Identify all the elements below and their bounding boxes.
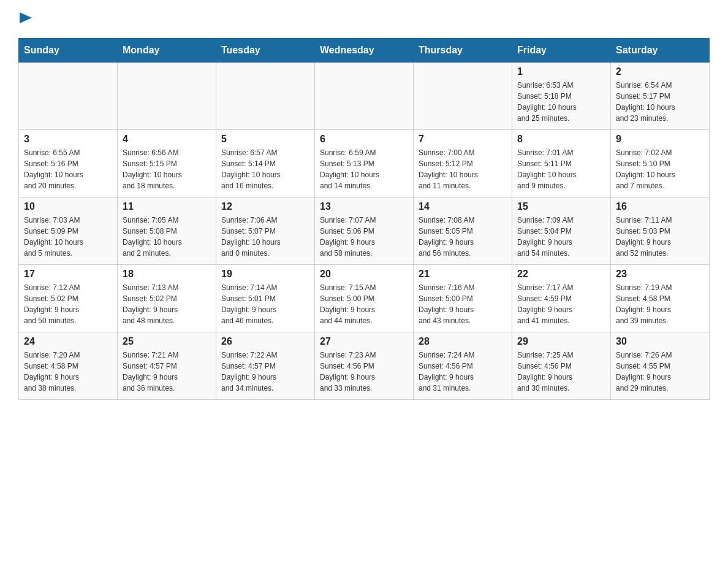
table-row: 11Sunrise: 7:05 AM Sunset: 5:08 PM Dayli…	[118, 197, 216, 265]
table-row: 18Sunrise: 7:13 AM Sunset: 5:02 PM Dayli…	[118, 265, 216, 332]
col-sunday: Sunday	[19, 39, 118, 63]
day-info: Sunrise: 7:08 AM Sunset: 5:05 PM Dayligh…	[419, 215, 507, 259]
day-number: 30	[616, 336, 704, 347]
table-row: 26Sunrise: 7:22 AM Sunset: 4:57 PM Dayli…	[216, 332, 315, 400]
table-row: 7Sunrise: 7:00 AM Sunset: 5:12 PM Daylig…	[414, 130, 512, 197]
col-wednesday: Wednesday	[315, 39, 414, 63]
table-row: 21Sunrise: 7:16 AM Sunset: 5:00 PM Dayli…	[414, 265, 512, 332]
day-number: 8	[517, 134, 605, 145]
table-row: 3Sunrise: 6:55 AM Sunset: 5:16 PM Daylig…	[19, 130, 118, 197]
svg-marker-0	[20, 12, 32, 23]
day-info: Sunrise: 7:21 AM Sunset: 4:57 PM Dayligh…	[123, 350, 211, 394]
day-number: 2	[616, 66, 704, 77]
day-number: 1	[517, 66, 605, 77]
page-header	[18, 12, 710, 26]
table-row	[19, 63, 118, 130]
day-number: 4	[123, 134, 211, 145]
day-info: Sunrise: 7:19 AM Sunset: 4:58 PM Dayligh…	[616, 282, 704, 326]
table-row: 20Sunrise: 7:15 AM Sunset: 5:00 PM Dayli…	[315, 265, 414, 332]
calendar-table: Sunday Monday Tuesday Wednesday Thursday…	[18, 38, 710, 400]
table-row: 28Sunrise: 7:24 AM Sunset: 4:56 PM Dayli…	[414, 332, 512, 400]
calendar-week-row: 24Sunrise: 7:20 AM Sunset: 4:58 PM Dayli…	[19, 332, 710, 400]
day-number: 6	[320, 134, 408, 145]
table-row: 9Sunrise: 7:02 AM Sunset: 5:10 PM Daylig…	[611, 130, 710, 197]
day-number: 28	[419, 336, 507, 347]
day-info: Sunrise: 7:14 AM Sunset: 5:01 PM Dayligh…	[221, 282, 309, 326]
day-info: Sunrise: 6:56 AM Sunset: 5:15 PM Dayligh…	[123, 147, 211, 191]
day-info: Sunrise: 7:09 AM Sunset: 5:04 PM Dayligh…	[517, 215, 605, 259]
day-info: Sunrise: 6:55 AM Sunset: 5:16 PM Dayligh…	[24, 147, 112, 191]
day-number: 14	[419, 201, 507, 212]
day-info: Sunrise: 7:02 AM Sunset: 5:10 PM Dayligh…	[616, 147, 704, 191]
day-number: 3	[24, 134, 112, 145]
table-row	[118, 63, 216, 130]
day-info: Sunrise: 7:05 AM Sunset: 5:08 PM Dayligh…	[123, 215, 211, 259]
col-friday: Friday	[512, 39, 611, 63]
calendar-week-row: 3Sunrise: 6:55 AM Sunset: 5:16 PM Daylig…	[19, 130, 710, 197]
col-thursday: Thursday	[414, 39, 512, 63]
day-number: 20	[320, 269, 408, 280]
table-row: 10Sunrise: 7:03 AM Sunset: 5:09 PM Dayli…	[19, 197, 118, 265]
day-info: Sunrise: 6:57 AM Sunset: 5:14 PM Dayligh…	[221, 147, 309, 191]
col-tuesday: Tuesday	[216, 39, 315, 63]
day-number: 25	[123, 336, 211, 347]
table-row	[315, 63, 414, 130]
col-monday: Monday	[118, 39, 216, 63]
day-info: Sunrise: 7:01 AM Sunset: 5:11 PM Dayligh…	[517, 147, 605, 191]
day-number: 9	[616, 134, 704, 145]
day-number: 7	[419, 134, 507, 145]
logo-arrow-icon	[20, 12, 32, 23]
table-row: 30Sunrise: 7:26 AM Sunset: 4:55 PM Dayli…	[611, 332, 710, 400]
table-row: 25Sunrise: 7:21 AM Sunset: 4:57 PM Dayli…	[118, 332, 216, 400]
day-number: 13	[320, 201, 408, 212]
day-number: 17	[24, 269, 112, 280]
day-info: Sunrise: 7:11 AM Sunset: 5:03 PM Dayligh…	[616, 215, 704, 259]
table-row	[216, 63, 315, 130]
col-saturday: Saturday	[611, 39, 710, 63]
day-number: 18	[123, 269, 211, 280]
day-info: Sunrise: 7:03 AM Sunset: 5:09 PM Dayligh…	[24, 215, 112, 259]
table-row: 2Sunrise: 6:54 AM Sunset: 5:17 PM Daylig…	[611, 63, 710, 130]
table-row: 24Sunrise: 7:20 AM Sunset: 4:58 PM Dayli…	[19, 332, 118, 400]
table-row: 12Sunrise: 7:06 AM Sunset: 5:07 PM Dayli…	[216, 197, 315, 265]
table-row: 15Sunrise: 7:09 AM Sunset: 5:04 PM Dayli…	[512, 197, 611, 265]
day-number: 5	[221, 134, 309, 145]
day-info: Sunrise: 7:12 AM Sunset: 5:02 PM Dayligh…	[24, 282, 112, 326]
day-number: 29	[517, 336, 605, 347]
table-row: 29Sunrise: 7:25 AM Sunset: 4:56 PM Dayli…	[512, 332, 611, 400]
table-row: 17Sunrise: 7:12 AM Sunset: 5:02 PM Dayli…	[19, 265, 118, 332]
day-info: Sunrise: 7:26 AM Sunset: 4:55 PM Dayligh…	[616, 350, 704, 394]
day-number: 10	[24, 201, 112, 212]
table-row	[414, 63, 512, 130]
table-row: 22Sunrise: 7:17 AM Sunset: 4:59 PM Dayli…	[512, 265, 611, 332]
table-row: 6Sunrise: 6:59 AM Sunset: 5:13 PM Daylig…	[315, 130, 414, 197]
day-number: 22	[517, 269, 605, 280]
day-info: Sunrise: 7:16 AM Sunset: 5:00 PM Dayligh…	[419, 282, 507, 326]
day-info: Sunrise: 7:17 AM Sunset: 4:59 PM Dayligh…	[517, 282, 605, 326]
day-number: 23	[616, 269, 704, 280]
day-info: Sunrise: 7:13 AM Sunset: 5:02 PM Dayligh…	[123, 282, 211, 326]
table-row: 8Sunrise: 7:01 AM Sunset: 5:11 PM Daylig…	[512, 130, 611, 197]
logo	[18, 12, 32, 26]
day-info: Sunrise: 7:06 AM Sunset: 5:07 PM Dayligh…	[221, 215, 309, 259]
calendar-body: 1Sunrise: 6:53 AM Sunset: 5:18 PM Daylig…	[19, 63, 710, 400]
table-row: 27Sunrise: 7:23 AM Sunset: 4:56 PM Dayli…	[315, 332, 414, 400]
day-number: 12	[221, 201, 309, 212]
day-info: Sunrise: 6:53 AM Sunset: 5:18 PM Dayligh…	[517, 80, 605, 124]
day-info: Sunrise: 7:20 AM Sunset: 4:58 PM Dayligh…	[24, 350, 112, 394]
day-number: 24	[24, 336, 112, 347]
calendar-header-row: Sunday Monday Tuesday Wednesday Thursday…	[19, 39, 710, 63]
day-number: 16	[616, 201, 704, 212]
day-number: 19	[221, 269, 309, 280]
day-info: Sunrise: 6:59 AM Sunset: 5:13 PM Dayligh…	[320, 147, 408, 191]
day-number: 11	[123, 201, 211, 212]
table-row: 19Sunrise: 7:14 AM Sunset: 5:01 PM Dayli…	[216, 265, 315, 332]
day-number: 26	[221, 336, 309, 347]
day-info: Sunrise: 7:07 AM Sunset: 5:06 PM Dayligh…	[320, 215, 408, 259]
table-row: 4Sunrise: 6:56 AM Sunset: 5:15 PM Daylig…	[118, 130, 216, 197]
table-row: 5Sunrise: 6:57 AM Sunset: 5:14 PM Daylig…	[216, 130, 315, 197]
day-number: 27	[320, 336, 408, 347]
day-info: Sunrise: 6:54 AM Sunset: 5:17 PM Dayligh…	[616, 80, 704, 124]
day-number: 21	[419, 269, 507, 280]
day-info: Sunrise: 7:15 AM Sunset: 5:00 PM Dayligh…	[320, 282, 408, 326]
